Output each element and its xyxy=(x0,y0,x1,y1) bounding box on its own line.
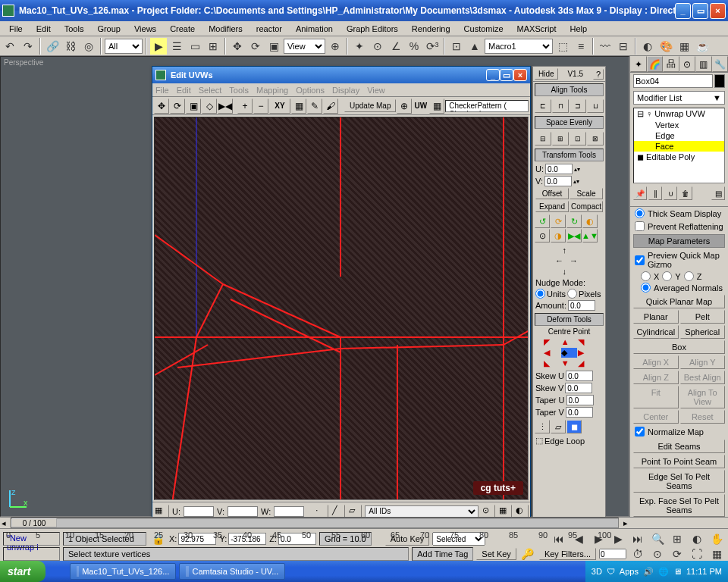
expand-button[interactable]: Expand xyxy=(535,201,569,212)
space-h-button[interactable]: ⊟ xyxy=(535,132,551,146)
unlink-button[interactable]: ⛓ xyxy=(62,38,79,55)
avg-normals-radio[interactable] xyxy=(641,283,651,293)
taperu-input[interactable] xyxy=(566,395,594,405)
cylindrical-button[interactable]: Cylindrical xyxy=(633,325,679,339)
named-sel-button[interactable]: ⊡ xyxy=(448,38,465,55)
maxscript-mini-listener[interactable]: "New unwrap i xyxy=(3,532,60,546)
uvw-update-map-button[interactable]: Update Map xyxy=(344,99,396,112)
menu-views[interactable]: Views xyxy=(128,23,162,35)
cp-tab-motion[interactable]: ⊙ xyxy=(679,56,696,72)
rotate-cw-button[interactable]: ↻ xyxy=(566,214,582,228)
menu-edit[interactable]: Edit xyxy=(30,23,57,35)
nudge-units-radio[interactable] xyxy=(535,289,545,299)
minimize-button[interactable]: _ xyxy=(675,3,691,19)
menu-group[interactable]: Group xyxy=(91,23,127,35)
uvw-menu-select[interactable]: Select xyxy=(199,86,222,95)
restore-button[interactable]: ▭ xyxy=(692,3,708,19)
stitch-v-button[interactable]: ▲▼ xyxy=(582,229,598,242)
material-editor-button[interactable]: ◐ xyxy=(639,38,656,55)
time-config-button[interactable]: ⏱ xyxy=(629,546,646,562)
mirror-button[interactable]: ▲ xyxy=(466,38,483,55)
uvw-menu-mapping[interactable]: Mapping xyxy=(256,86,288,95)
uvw-brush-button[interactable]: ✎ xyxy=(307,99,322,114)
sel-face-button[interactable]: ◼ xyxy=(566,420,582,433)
object-name-input[interactable] xyxy=(633,74,713,88)
uvw-expand-button[interactable]: + xyxy=(237,99,253,114)
box-button[interactable]: Box xyxy=(633,340,725,354)
keymode-dropdown[interactable]: Selected xyxy=(432,532,485,546)
modifier-list-dropdown[interactable]: Modifier List▼ xyxy=(633,91,725,105)
configure-sets-button[interactable]: ▤ xyxy=(711,186,725,200)
menu-help[interactable]: Help xyxy=(564,23,594,35)
uvw-menu-tools[interactable]: Tools xyxy=(229,86,249,95)
selection-filter-dropdown[interactable]: All xyxy=(105,39,143,54)
start-button[interactable]: start xyxy=(0,561,46,582)
close-button[interactable]: × xyxy=(710,3,726,19)
flip-h-button[interactable]: ◐ xyxy=(582,214,598,228)
axis-x-radio[interactable] xyxy=(641,271,651,281)
space-v-button[interactable]: ⊞ xyxy=(552,132,569,146)
stack-item-unwrap[interactable]: ⊟ ♀ Unwrap UVW xyxy=(634,108,724,120)
edgeloop-icon[interactable]: ⬚ xyxy=(535,436,543,446)
curve-editor-button[interactable]: 〰 xyxy=(597,38,613,55)
uvw-xy-button[interactable]: XY xyxy=(269,99,290,114)
slider-right-arrow[interactable]: ▸ xyxy=(622,518,629,528)
menu-maxscript[interactable]: MAXScript xyxy=(511,23,563,35)
skewv-input[interactable] xyxy=(565,383,592,393)
goto-start-button[interactable]: ⏮ xyxy=(551,530,567,547)
def-br-button[interactable]: ◢ xyxy=(578,358,595,368)
remove-mod-button[interactable]: 🗑 xyxy=(679,186,692,200)
align-button[interactable]: ⬚ xyxy=(554,38,571,55)
modifier-stack[interactable]: ⊟ ♀ Unwrap UVW Vertex Edge Face ◼ Editab… xyxy=(633,108,725,183)
sel-edge-button[interactable]: ▱ xyxy=(551,420,566,433)
uvw-vertex-sub-button[interactable]: · xyxy=(315,505,328,518)
named-selection-dropdown[interactable]: Macro1 xyxy=(485,39,553,54)
stack-item-edge[interactable]: Edge xyxy=(634,130,724,141)
compact-button[interactable]: Compact xyxy=(570,201,603,212)
percent-snap-button[interactable]: % xyxy=(406,38,422,55)
schematic-button[interactable]: ⊟ xyxy=(615,38,632,55)
bind-button[interactable]: ◎ xyxy=(80,38,97,55)
layers-button[interactable]: ≡ xyxy=(573,38,589,55)
preview-gizmo-checkbox[interactable] xyxy=(635,255,645,265)
uvw-v-input[interactable] xyxy=(228,506,258,517)
select-object-button[interactable]: ▶ xyxy=(150,38,167,55)
normalize-checkbox[interactable] xyxy=(635,427,645,436)
cp-tab-create[interactable]: ✦ xyxy=(630,56,647,72)
uvw-checker-icon[interactable]: ⊕ xyxy=(397,99,412,114)
rotate-button[interactable]: ⟳ xyxy=(551,214,566,228)
hide-button[interactable]: Hide xyxy=(535,68,558,80)
skewu-input[interactable] xyxy=(566,371,593,381)
select-by-name-button[interactable]: ☰ xyxy=(168,38,185,55)
time-slider-track[interactable]: 0 / 100 xyxy=(11,518,619,528)
transform-v-input[interactable] xyxy=(544,176,572,186)
uvw-canvas[interactable]: cg tuts+ xyxy=(154,117,529,500)
nudge-left-button[interactable]: ← xyxy=(555,256,569,265)
planar-button[interactable]: Planar xyxy=(633,310,679,324)
uvw-maximize-button[interactable]: ▭ xyxy=(500,69,513,81)
uvw-titlebar[interactable]: Edit UVWs _ ▭ × xyxy=(152,67,530,83)
aligntoview-button[interactable]: Align To View xyxy=(680,386,726,408)
def-tr-button[interactable]: ◥ xyxy=(578,337,595,347)
prevent-reflatten-checkbox[interactable] xyxy=(635,221,645,231)
menu-modifiers[interactable]: Modifiers xyxy=(202,23,249,35)
redo-button[interactable]: ↷ xyxy=(20,38,36,55)
pin-stack-button[interactable]: 📌 xyxy=(633,186,647,200)
uvw-menu-edit[interactable]: Edit xyxy=(177,86,191,95)
def-b-button[interactable]: ▼ xyxy=(561,358,578,368)
uvw-opt3-button[interactable]: ◐ xyxy=(515,505,529,518)
align-left-button[interactable]: ⊏ xyxy=(535,99,551,113)
taperv-input[interactable] xyxy=(566,407,593,418)
angle-snap-button[interactable]: ∠ xyxy=(388,38,404,55)
uvw-close-button[interactable]: × xyxy=(513,69,527,81)
object-color-swatch[interactable] xyxy=(714,74,725,88)
render-scene-button[interactable]: 🎨 xyxy=(657,38,674,55)
ref-coord-dropdown[interactable]: View xyxy=(284,39,325,54)
menu-customize[interactable]: Customize xyxy=(458,23,510,35)
nav-pan-button[interactable]: ✋ xyxy=(708,530,725,547)
uvw-w-input[interactable] xyxy=(274,506,304,517)
nudge-down-button[interactable]: ↓ xyxy=(563,267,576,276)
slider-left-arrow[interactable]: ◂ xyxy=(0,518,8,528)
nav-maximize-button[interactable]: ⛶ xyxy=(689,546,705,562)
alignx-button[interactable]: Align X xyxy=(633,355,679,369)
